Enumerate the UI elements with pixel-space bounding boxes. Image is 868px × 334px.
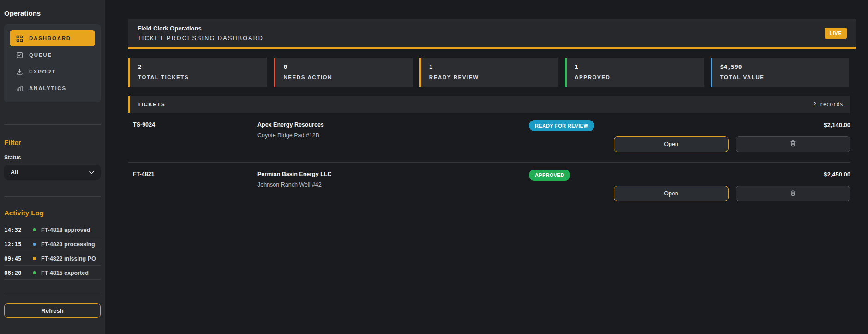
stat-card-needs-action: 0 NEEDS ACTION (274, 58, 412, 87)
bar-chart-icon (16, 85, 23, 92)
activity-log: 14:32 FT-4818 approved 12:15 FT-4823 pro… (4, 223, 101, 280)
company-name: Apex Energy Resources (257, 121, 529, 128)
refresh-button[interactable]: Refresh (4, 303, 101, 318)
nav-panel: DASHBOARD QUEUE EXPORT (4, 24, 101, 102)
status-dot (33, 257, 36, 260)
stat-card-total-value: $4,590 TOTAL VALUE (711, 58, 849, 87)
ticket-actions-column: $2,450.00 Open (614, 170, 850, 201)
stat-card-total-tickets: 2 TOTAL TICKETS (128, 58, 267, 87)
sidebar-title: Operations (4, 9, 101, 17)
log-entry: 08:20 FT-4815 exported (4, 266, 101, 280)
log-entry: 09:45 FT-4822 missing PO (4, 251, 101, 266)
nav-label: EXPORT (29, 69, 56, 74)
nav-label: ANALYTICS (29, 85, 66, 91)
status-select[interactable]: All (4, 165, 101, 180)
app-window: Operations DASHBOARD QUEUE (0, 0, 868, 334)
trash-icon (790, 189, 796, 198)
status-dot (33, 243, 36, 246)
tickets-section-title: TICKETS (138, 102, 165, 107)
page-header: Field Clerk Operations TICKET PROCESSING… (128, 19, 856, 49)
sidebar-divider (4, 292, 101, 292)
site-name: Coyote Ridge Pad #12B (257, 132, 529, 139)
header-text: Field Clerk Operations TICKET PROCESSING… (138, 25, 263, 42)
action-buttons: Open (614, 136, 850, 152)
stat-card-ready-review: 1 READY REVIEW (419, 58, 558, 87)
status-label: Status (4, 154, 101, 161)
log-text: FT-4822 missing PO (41, 255, 96, 262)
stat-value: 0 (283, 63, 404, 70)
live-badge: LIVE (825, 28, 847, 39)
sidebar-item-dashboard[interactable]: DASHBOARD (10, 30, 95, 46)
activity-log-title: Activity Log (4, 209, 101, 217)
log-time: 12:15 (4, 241, 28, 248)
stat-value: 1 (575, 63, 695, 70)
main-content: Field Clerk Operations TICKET PROCESSING… (105, 0, 868, 334)
ticket-company-block: Apex Energy Resources Coyote Ridge Pad #… (257, 120, 529, 139)
company-name: Permian Basin Energy LLC (257, 171, 529, 177)
checkbox-icon (16, 52, 23, 59)
filter-title: Filter (4, 139, 101, 146)
status-select-value: All (11, 169, 18, 176)
grid-icon (16, 35, 23, 42)
stat-label: APPROVED (575, 74, 695, 80)
delete-button[interactable] (736, 136, 850, 152)
sidebar-item-queue[interactable]: QUEUE (10, 47, 95, 63)
status-column: APPROVED (529, 170, 614, 181)
chevron-down-icon (89, 171, 94, 174)
stat-value: $4,590 (720, 63, 841, 70)
delete-button[interactable] (736, 186, 850, 201)
trash-icon (790, 140, 796, 148)
open-button[interactable]: Open (614, 186, 729, 201)
ticket-id: TS-9024 (128, 120, 257, 128)
stat-card-approved: 1 APPROVED (565, 58, 703, 87)
stat-label: READY REVIEW (429, 74, 550, 80)
status-dot (33, 228, 36, 231)
log-time: 14:32 (4, 226, 28, 233)
sidebar-divider (4, 196, 101, 197)
log-text: FT-4818 approved (41, 227, 90, 233)
ticket-id: FT-4821 (128, 170, 257, 177)
stat-label: NEEDS ACTION (283, 74, 404, 80)
tickets-section-header: TICKETS 2 records (128, 96, 850, 113)
page-title: TICKET PROCESSING DASHBOARD (138, 35, 263, 42)
nav-label: QUEUE (29, 52, 52, 58)
table-row: FT-4821 Permian Basin Energy LLC Johnson… (128, 163, 850, 212)
sidebar-item-analytics[interactable]: ANALYTICS (10, 80, 95, 96)
sidebar-item-export[interactable]: EXPORT (10, 64, 95, 79)
table-row: TS-9024 Apex Energy Resources Coyote Rid… (128, 113, 850, 163)
status-badge: APPROVED (529, 170, 570, 181)
header-eyebrow: Field Clerk Operations (138, 25, 263, 32)
action-buttons: Open (614, 186, 850, 201)
log-text: FT-4815 exported (41, 270, 89, 276)
stat-label: TOTAL VALUE (720, 74, 841, 80)
site-name: Johnson Ranch Well #42 (257, 182, 529, 188)
stats-row: 2 TOTAL TICKETS 0 NEEDS ACTION 1 READY R… (128, 58, 849, 87)
nav-label: DASHBOARD (29, 36, 71, 41)
sidebar: Operations DASHBOARD QUEUE (0, 0, 105, 334)
ticket-company-block: Permian Basin Energy LLC Johnson Ranch W… (257, 170, 529, 188)
log-time: 09:45 (4, 255, 28, 262)
ticket-actions-column: $2,140.00 Open (614, 120, 850, 152)
log-entry: 12:15 FT-4823 processing (4, 237, 101, 251)
stat-value: 1 (429, 63, 550, 70)
ticket-list: TS-9024 Apex Energy Resources Coyote Rid… (128, 113, 850, 212)
ticket-amount: $2,450.00 (614, 170, 850, 178)
status-column: READY FOR REVIEW (529, 120, 614, 131)
status-dot (33, 271, 36, 274)
log-time: 08:20 (4, 269, 28, 276)
open-button[interactable]: Open (614, 136, 729, 152)
stat-label: TOTAL TICKETS (138, 74, 259, 80)
stat-value: 2 (138, 63, 259, 70)
log-entry: 14:32 FT-4818 approved (4, 223, 101, 237)
records-count: 2 records (813, 101, 843, 108)
status-badge: READY FOR REVIEW (529, 120, 594, 131)
ticket-amount: $2,140.00 (614, 120, 850, 128)
sidebar-divider (4, 124, 101, 125)
log-text: FT-4823 processing (41, 241, 95, 248)
download-icon (16, 68, 23, 75)
